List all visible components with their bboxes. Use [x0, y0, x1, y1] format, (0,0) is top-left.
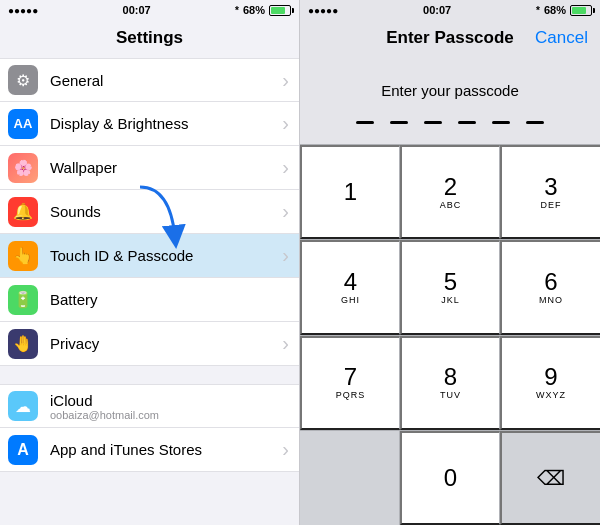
- key-letters-2: ABC: [440, 200, 462, 210]
- settings-group-1: ⚙ General AA Display & Brightness 🌸 Wall…: [0, 58, 299, 366]
- settings-item-wallpaper[interactable]: 🌸 Wallpaper: [0, 146, 299, 190]
- key-letters-5: JKL: [441, 295, 460, 305]
- key-number-2: 2: [444, 175, 457, 199]
- wallpaper-label: Wallpaper: [50, 159, 287, 176]
- battery-graphic-left: [269, 5, 291, 16]
- key-letters-3: DEF: [541, 200, 562, 210]
- key-letters-6: MNO: [539, 295, 563, 305]
- key-number-3: 3: [544, 175, 557, 199]
- status-right-right-side: * 68%: [536, 4, 592, 16]
- key-letters-7: PQRS: [336, 390, 366, 400]
- icloud-sublabel: oobaiza@hotmail.com: [50, 409, 287, 421]
- passcode-area: Enter your passcode: [300, 58, 600, 144]
- battery-label-right: 68%: [544, 4, 566, 16]
- sounds-icon: 🔔: [8, 197, 38, 227]
- settings-item-battery[interactable]: 🔋 Battery: [0, 278, 299, 322]
- keyboard-row-1: 1 2 ABC 3 DEF: [300, 144, 600, 239]
- appstore-icon: A: [8, 435, 38, 465]
- dash-4: [458, 121, 476, 124]
- icloud-label-wrap: iCloud oobaiza@hotmail.com: [50, 392, 287, 421]
- icloud-icon: ☁: [8, 391, 38, 421]
- key-1[interactable]: 1: [300, 145, 400, 239]
- status-right-left-side: ●●●●●: [308, 5, 338, 16]
- key-letters-4: GHI: [341, 295, 360, 305]
- general-label: General: [50, 72, 287, 89]
- icloud-label: iCloud: [50, 392, 287, 409]
- status-time-left: 00:07: [123, 4, 151, 16]
- cancel-button[interactable]: Cancel: [535, 28, 588, 48]
- settings-list: ⚙ General AA Display & Brightness 🌸 Wall…: [0, 58, 299, 525]
- keyboard-row-2: 4 GHI 5 JKL 6 MNO: [300, 239, 600, 334]
- battery-icon-item: 🔋: [8, 285, 38, 315]
- key-4[interactable]: 4 GHI: [300, 240, 400, 334]
- key-number-6: 6: [544, 270, 557, 294]
- right-panel: ●●●●● 00:07 * 68% Enter Passcode Cancel …: [300, 0, 600, 525]
- settings-group-2: ☁ iCloud oobaiza@hotmail.com A App and i…: [0, 384, 299, 472]
- dash-5: [492, 121, 510, 124]
- touchid-icon: 👆: [8, 241, 38, 271]
- left-panel: ●●●●● 00:07 * 68% Settings ⚙ General: [0, 0, 300, 525]
- passcode-dashes: [316, 117, 584, 124]
- bluetooth-icon: *: [235, 5, 239, 16]
- privacy-label: Privacy: [50, 335, 287, 352]
- key-number-8: 8: [444, 365, 457, 389]
- battery-icon-right: [570, 5, 592, 16]
- settings-item-general[interactable]: ⚙ General: [0, 58, 299, 102]
- key-number-0: 0: [444, 466, 457, 490]
- key-7[interactable]: 7 PQRS: [300, 336, 400, 430]
- battery-icon-left: [269, 5, 291, 16]
- key-letters-8: TUV: [440, 390, 461, 400]
- display-icon: AA: [8, 109, 38, 139]
- status-right-left: * 68%: [235, 4, 291, 16]
- settings-item-icloud[interactable]: ☁ iCloud oobaiza@hotmail.com: [0, 384, 299, 428]
- settings-title: Settings: [0, 20, 299, 58]
- right-status-bar: ●●●●● 00:07 * 68%: [300, 0, 600, 20]
- battery-label-left: 68%: [243, 4, 265, 16]
- settings-item-display[interactable]: AA Display & Brightness: [0, 102, 299, 146]
- passcode-title: Enter Passcode: [386, 28, 514, 48]
- touchid-label: Touch ID & Passcode: [50, 247, 287, 264]
- key-number-7: 7: [344, 365, 357, 389]
- battery-graphic-right: [570, 5, 592, 16]
- group-separator: [0, 366, 299, 384]
- battery-fill-left: [271, 7, 285, 14]
- passcode-keyboard: 1 2 ABC 3 DEF 4 GHI 5 JKL 6: [300, 144, 600, 525]
- keyboard-row-3: 7 PQRS 8 TUV 9 WXYZ: [300, 335, 600, 430]
- settings-item-sounds[interactable]: 🔔 Sounds: [0, 190, 299, 234]
- status-left: ●●●●●: [8, 5, 38, 16]
- status-time-right: 00:07: [423, 4, 451, 16]
- sounds-label: Sounds: [50, 203, 287, 220]
- dash-3: [424, 121, 442, 124]
- bluetooth-icon-right: *: [536, 5, 540, 16]
- key-0[interactable]: 0: [400, 431, 500, 525]
- key-2[interactable]: 2 ABC: [400, 145, 500, 239]
- dash-2: [390, 121, 408, 124]
- key-number-1: 1: [344, 180, 357, 204]
- key-number-4: 4: [344, 270, 357, 294]
- privacy-icon: 🤚: [8, 329, 38, 359]
- key-empty: [300, 431, 400, 525]
- left-status-bar: ●●●●● 00:07 * 68%: [0, 0, 299, 20]
- settings-item-privacy[interactable]: 🤚 Privacy: [0, 322, 299, 366]
- key-6[interactable]: 6 MNO: [500, 240, 600, 334]
- general-icon: ⚙: [8, 65, 38, 95]
- settings-item-touchid[interactable]: 👆 Touch ID & Passcode: [0, 234, 299, 278]
- battery-fill-right: [572, 7, 586, 14]
- key-number-9: 9: [544, 365, 557, 389]
- key-8[interactable]: 8 TUV: [400, 336, 500, 430]
- display-label: Display & Brightness: [50, 115, 287, 132]
- key-9[interactable]: 9 WXYZ: [500, 336, 600, 430]
- key-number-5: 5: [444, 270, 457, 294]
- dash-1: [356, 121, 374, 124]
- keyboard-row-4: 0 ⌫: [300, 430, 600, 525]
- passcode-prompt: Enter your passcode: [316, 82, 584, 99]
- key-5[interactable]: 5 JKL: [400, 240, 500, 334]
- appstore-label: App and iTunes Stores: [50, 441, 287, 458]
- settings-item-appstore[interactable]: A App and iTunes Stores: [0, 428, 299, 472]
- wallpaper-icon: 🌸: [8, 153, 38, 183]
- key-letters-9: WXYZ: [536, 390, 566, 400]
- key-delete[interactable]: ⌫: [500, 431, 600, 525]
- dash-6: [526, 121, 544, 124]
- delete-icon: ⌫: [537, 466, 565, 490]
- key-3[interactable]: 3 DEF: [500, 145, 600, 239]
